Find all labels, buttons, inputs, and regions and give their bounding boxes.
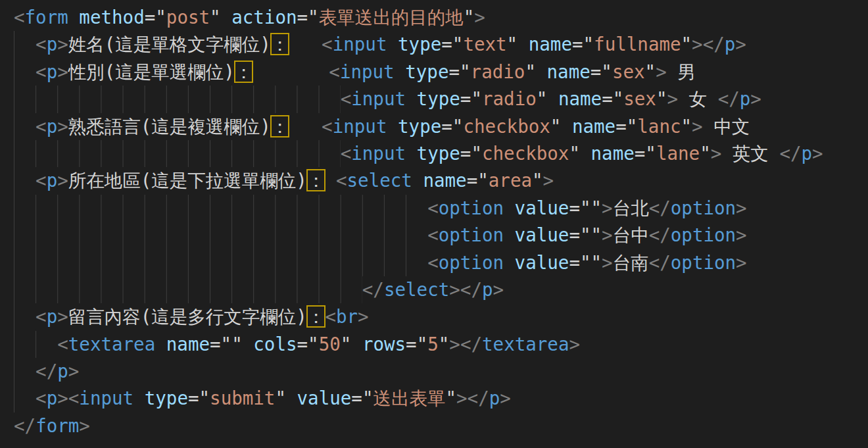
token-tag-name: textarea <box>482 334 569 355</box>
token-attribute-name: action <box>231 7 297 28</box>
token-string-value: 表單送出的目的地 <box>319 7 464 28</box>
token-text: =" <box>460 143 482 164</box>
token-text: 熟悉語言(這是複選欄位) <box>68 116 271 137</box>
token-punctuation: > <box>569 334 580 355</box>
token-punctuation: > <box>57 34 68 55</box>
unicode-highlight-box: ： <box>307 170 326 191</box>
token-punctuation: < <box>427 252 439 273</box>
token-text <box>68 7 80 28</box>
token-punctuation: > <box>358 306 369 327</box>
token-punctuation: > <box>493 279 504 300</box>
token-text <box>133 387 145 409</box>
token-attribute-name: value <box>515 197 569 218</box>
code-line-6[interactable]: <input type="checkbox" name="lane"> 英文 <… <box>14 140 868 167</box>
token-string-value: checkbox <box>463 116 550 137</box>
token-string-value: lane <box>656 143 700 164</box>
token-text: " <box>439 334 450 355</box>
unicode-highlight-box: ： <box>271 34 289 55</box>
code-line-7[interactable]: <p>所在地區(這是下拉選單欄位)： <select name="area"> <box>14 167 868 194</box>
token-text: =" <box>602 88 623 109</box>
token-text <box>504 224 515 245</box>
token-attribute-name: type <box>398 34 441 55</box>
token-attribute-name: method <box>79 7 144 28</box>
token-attribute-name: name <box>558 88 602 109</box>
token-text: 姓名(這是單格文字欄位) <box>68 34 271 55</box>
token-text: " <box>210 7 231 28</box>
token-punctuation: > <box>57 116 68 137</box>
token-punctuation: < <box>14 7 25 28</box>
token-text: =" <box>572 34 594 55</box>
token-punctuation: > <box>812 143 823 164</box>
code-line-3[interactable]: <p>性別(這是單選欄位)： <input type="radio" name=… <box>14 59 868 86</box>
token-text: =" <box>351 387 373 409</box>
token-text: " <box>341 334 362 355</box>
token-string-value: 送出表單 <box>373 387 445 409</box>
code-line-10[interactable]: <option value="">台南</option> <box>14 249 868 276</box>
token-punctuation: < <box>341 88 352 109</box>
token-punctuation: > <box>79 415 90 436</box>
token-punctuation: > <box>750 88 761 109</box>
token-punctuation: < <box>322 34 333 55</box>
code-line-2[interactable]: <p>姓名(這是單格文字欄位)： <input type="text" name… <box>14 31 868 58</box>
code-editor[interactable]: <form method="post" action="表單送出的目的地"><p… <box>0 0 868 448</box>
token-string-value: area <box>489 170 532 191</box>
token-text <box>412 170 423 191</box>
token-punctuation: < <box>36 34 47 55</box>
token-text: =" <box>467 170 489 191</box>
token-text: " <box>656 88 667 109</box>
code-line-15[interactable]: <p><input type="submit" value="送出表單"></p… <box>14 385 868 412</box>
token-text: =" <box>635 143 656 164</box>
code-line-4[interactable]: <input type="radio" name="sex"> 女 </p> <box>14 86 868 112</box>
code-line-11[interactable]: </select></p> <box>14 276 868 303</box>
token-tag-name: option <box>439 224 504 245</box>
token-text <box>406 143 417 164</box>
token-punctuation: </ <box>649 224 671 245</box>
token-attribute-name: value <box>515 224 569 245</box>
token-punctuation: > <box>736 197 747 218</box>
token-punctuation: > <box>57 306 68 327</box>
code-line-5[interactable]: <p>熟悉語言(這是複選欄位)： <input type="checkbox" … <box>14 113 868 140</box>
token-text <box>289 34 322 55</box>
token-tag-name: p <box>47 61 58 82</box>
token-punctuation: < <box>36 116 47 137</box>
token-punctuation: < <box>36 387 47 409</box>
code-line-12[interactable]: <p>留言內容(這是多行文字欄位)：<br> <box>14 303 868 330</box>
token-text: 台北 <box>613 197 649 218</box>
code-line-9[interactable]: <option value="">台中</option> <box>14 222 868 249</box>
token-attribute-name: type <box>405 61 448 82</box>
token-punctuation: </ <box>14 415 36 436</box>
token-punctuation: ></ <box>456 387 489 409</box>
token-punctuation: > <box>68 361 80 382</box>
code-line-8[interactable]: <option value="">台北</option> <box>14 195 868 222</box>
token-text <box>406 88 417 109</box>
token-punctuation: > <box>543 170 554 191</box>
token-text <box>325 170 336 191</box>
token-punctuation: > <box>57 61 68 82</box>
indent-guide <box>14 331 57 358</box>
token-tag-name: p <box>802 143 813 164</box>
token-punctuation: > <box>667 88 678 109</box>
token-punctuation: > <box>711 143 722 164</box>
code-line-1[interactable]: <form method="post" action="表單送出的目的地"> <box>14 4 868 31</box>
token-punctuation: ></ <box>449 279 482 300</box>
token-text: =" <box>615 116 637 137</box>
indent-guide <box>14 303 36 330</box>
code-line-16[interactable]: </form> <box>14 412 868 439</box>
code-line-13[interactable]: <textarea name="" cols="50" rows="5"></t… <box>14 331 868 358</box>
token-string-value: checkbox <box>482 143 569 164</box>
indent-guide <box>14 59 36 86</box>
token-punctuation: < <box>57 334 68 355</box>
code-line-14[interactable]: </p> <box>14 358 868 385</box>
token-string-value: lanc <box>637 116 681 137</box>
token-string-value: fullname <box>594 34 681 55</box>
unicode-highlight-box: ： <box>307 306 326 327</box>
token-text: 女 <box>678 88 718 109</box>
token-punctuation: < <box>427 197 439 218</box>
token-punctuation: ></ <box>692 34 725 55</box>
token-text: ="" <box>569 197 602 218</box>
token-punctuation: < <box>322 116 333 137</box>
token-punctuation: </ <box>362 279 384 300</box>
token-tag-name: select <box>347 170 412 191</box>
token-text: =" <box>441 116 463 137</box>
token-attribute-name: name <box>529 34 572 55</box>
